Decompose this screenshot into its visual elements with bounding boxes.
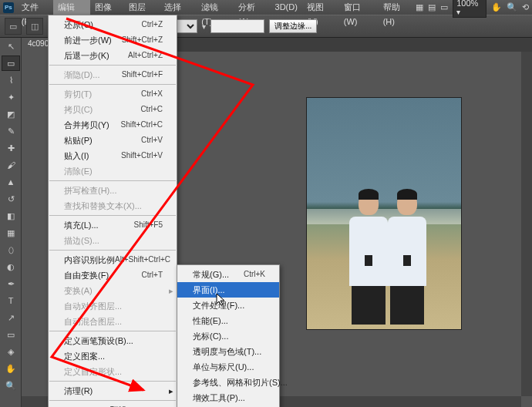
menu-item[interactable]: 单位与标尺(U)... xyxy=(177,359,279,375)
shape-tool-icon[interactable]: ▭ xyxy=(2,327,20,342)
menu-item[interactable]: 定义画笔预设(B)... xyxy=(49,333,177,348)
menu: 文件(F) 编辑(E) 图像(I) 图层(L) 选择(S) 滤镜(T) 分析(A… xyxy=(17,0,416,15)
menu-edit[interactable]: 编辑(E) xyxy=(53,0,90,15)
eyedropper-tool-icon[interactable]: ✎ xyxy=(2,123,20,139)
menu-item[interactable]: 增效工具(P)... xyxy=(177,390,279,405)
zoom-tool-icon[interactable]: 🔍 xyxy=(2,378,20,393)
app-icon: Ps xyxy=(3,2,14,13)
marquee-tool-icon[interactable]: ▭ xyxy=(2,56,20,71)
hand-icon[interactable]: ✋ xyxy=(491,2,502,12)
menu-item[interactable]: 定义图案... xyxy=(49,348,177,364)
eraser-tool-icon[interactable]: ◧ xyxy=(2,208,20,224)
menu-item[interactable]: 性能(E)... xyxy=(177,313,279,328)
menu-item[interactable]: 自由变换(F)Ctrl+T xyxy=(49,267,177,283)
crop-tool-icon[interactable]: ◩ xyxy=(2,106,20,122)
menu-item[interactable]: 拼写检查(H)... xyxy=(49,183,177,198)
zoom-level[interactable]: 100% ▾ xyxy=(453,0,487,18)
menu-image[interactable]: 图像(I) xyxy=(90,0,124,15)
hand-tool-icon[interactable]: ✋ xyxy=(2,361,20,376)
menu-item[interactable]: 清除(E) xyxy=(49,163,177,179)
marquee-rect-icon[interactable]: ◫ xyxy=(26,18,43,35)
menu-item[interactable]: 变换(A) xyxy=(49,283,177,298)
menu-item[interactable]: 自动对齐图层... xyxy=(49,298,177,314)
history-brush-icon[interactable]: ↺ xyxy=(2,191,20,207)
menu-item[interactable]: 后退一步(K)Alt+Ctrl+Z xyxy=(49,48,177,63)
menu-analysis[interactable]: 分析(A) xyxy=(234,0,271,15)
blur-tool-icon[interactable]: ⬯ xyxy=(2,242,20,257)
menu-item[interactable]: 合并拷贝(Y)Shift+Ctrl+C xyxy=(49,117,177,133)
brush-tool-icon[interactable]: 🖌 xyxy=(2,157,20,173)
menu-item[interactable]: 界面(I)... xyxy=(177,282,279,298)
menu-item[interactable]: 填充(L)...Shift+F5 xyxy=(49,217,177,233)
menu-3d[interactable]: 3D(D) xyxy=(271,0,302,15)
menu-item[interactable]: 拷贝(C)Ctrl+C xyxy=(49,102,177,117)
opt-label: ▾ xyxy=(202,22,206,31)
path-tool-icon[interactable]: ↗ xyxy=(2,310,20,325)
menu-file[interactable]: 文件(F) xyxy=(17,0,53,15)
scrollbar-vertical[interactable] xyxy=(521,52,532,396)
screen-mode-icon[interactable]: ▭ xyxy=(440,2,448,12)
menu-item[interactable]: 内容识别比例Alt+Shift+Ctrl+C xyxy=(49,252,177,267)
menu-item[interactable]: 剪切(T)Ctrl+X xyxy=(49,86,177,102)
menu-item[interactable]: 清理(R) xyxy=(49,383,177,399)
view-extras-icon[interactable]: ▤ xyxy=(428,2,436,12)
menu-item[interactable]: 渐隐(D)...Shift+Ctrl+F xyxy=(49,67,177,82)
menu-window[interactable]: 窗口(W) xyxy=(339,0,379,15)
stamp-tool-icon[interactable]: ▲ xyxy=(2,174,20,190)
gradient-tool-icon[interactable]: ▦ xyxy=(2,225,20,240)
3d-tool-icon[interactable]: ◈ xyxy=(2,344,20,359)
menu-view[interactable]: 视图(V) xyxy=(302,0,339,15)
pen-tool-icon[interactable]: ✒ xyxy=(2,276,20,291)
menu-item[interactable]: 参考线、网格和切片(S)... xyxy=(177,375,279,390)
tool-preset-button[interactable]: ▭ xyxy=(5,18,22,35)
menubar: Ps 文件(F) 编辑(E) 图像(I) 图层(L) 选择(S) 滤镜(T) 分… xyxy=(0,0,532,15)
edit-dropdown: 还原(O)Ctrl+Z前进一步(W)Shift+Ctrl+Z后退一步(K)Alt… xyxy=(48,15,177,407)
menu-item[interactable]: 自动混合图层... xyxy=(49,314,177,329)
right-tools: ▦ ▤ ▭ 100% ▾ ✋ 🔍 ⟲ xyxy=(416,0,529,18)
menu-item[interactable]: 透明度与色域(T)... xyxy=(177,344,279,359)
refine-edge-button[interactable]: 调整边缘... xyxy=(269,19,317,33)
zoom-icon[interactable]: 🔍 xyxy=(507,2,517,12)
move-tool-icon[interactable]: ↖ xyxy=(2,39,20,54)
lasso-tool-icon[interactable]: ⌇ xyxy=(2,72,20,88)
heal-tool-icon[interactable]: ✚ xyxy=(2,140,20,156)
mini-bridge-icon[interactable]: ▦ xyxy=(416,2,423,12)
menu-help[interactable]: 帮助(H) xyxy=(379,0,416,15)
wand-tool-icon[interactable]: ✦ xyxy=(2,89,20,105)
image-content xyxy=(384,190,430,306)
menu-item[interactable]: 常规(G)...Ctrl+K xyxy=(177,267,279,282)
dodge-tool-icon[interactable]: ◐ xyxy=(2,259,20,274)
menu-filter[interactable]: 滤镜(T) xyxy=(197,0,233,15)
opt-input[interactable] xyxy=(210,19,264,33)
menu-item[interactable]: 查找和替换文本(X)... xyxy=(49,198,177,214)
menu-item[interactable]: 粘贴(P)Ctrl+V xyxy=(49,133,177,148)
menu-item[interactable]: 光标(C)... xyxy=(177,328,279,344)
canvas-image[interactable] xyxy=(307,98,461,329)
menu-item[interactable]: 贴入(I)Shift+Ctrl+V xyxy=(49,148,177,163)
tool-palette: ↖ ▭ ⌇ ✦ ◩ ✎ ✚ 🖌 ▲ ↺ ◧ ▦ ⬯ ◐ ✒ T ↗ ▭ ◈ ✋ … xyxy=(0,38,22,407)
preferences-submenu: 常规(G)...Ctrl+K界面(I)...文件处理(F)...性能(E)...… xyxy=(177,264,280,407)
menu-item[interactable]: 前进一步(W)Shift+Ctrl+Z xyxy=(49,32,177,48)
menu-layer[interactable]: 图层(L) xyxy=(124,0,160,15)
rotate-icon[interactable]: ⟲ xyxy=(522,2,529,12)
menu-item[interactable]: 描边(S)... xyxy=(49,233,177,248)
menu-item[interactable]: 还原(O)Ctrl+Z xyxy=(49,17,177,32)
menu-select[interactable]: 选择(S) xyxy=(160,0,197,15)
type-tool-icon[interactable]: T xyxy=(2,293,20,308)
menu-item[interactable]: 定义自定形状... xyxy=(49,364,177,379)
menu-item[interactable]: 文件处理(F)... xyxy=(177,298,279,313)
menu-item[interactable]: Adobe PDF 预设... xyxy=(49,402,177,407)
